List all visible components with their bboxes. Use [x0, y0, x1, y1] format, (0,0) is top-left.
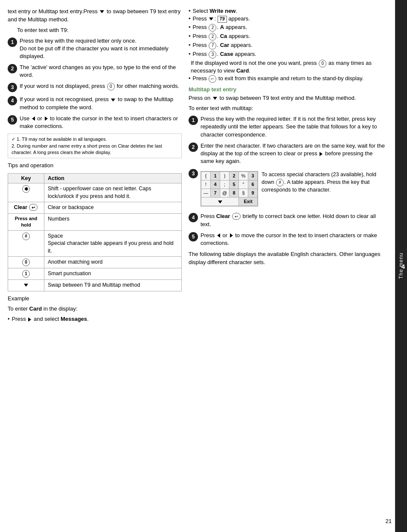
right-bullet-4: • Press 2. Ca appears. — [189, 33, 387, 41]
right-bullet-7: If the displayed word is not the one you… — [189, 60, 387, 74]
step-text-5: Use or to locate the cursor in the text … — [20, 115, 182, 130]
table-row: Swap between T9 and Multitap method — [8, 280, 182, 291]
grid-cell: 8 — [230, 189, 239, 198]
step-4: 4 If your word is not recognised, press … — [8, 96, 182, 111]
table-action-star: Shift - upper/lower case on next letter.… — [44, 183, 182, 202]
tips-title: Tips and operation — [8, 162, 182, 170]
right-bullet-text-8: Press ⤺ to exit from this example and re… — [193, 75, 364, 83]
table-action-numbers: Numbers — [44, 213, 182, 230]
note-box: ✓ 1. T9 may not be available in all lang… — [8, 134, 182, 158]
step-circle-5: 5 — [8, 115, 17, 125]
left-column: text entry or Multitap text entry.Press … — [8, 8, 187, 519]
table-row: Press and hold Numbers — [8, 213, 182, 230]
right-bullet-8: • Press ⤺ to exit from this example and … — [189, 75, 387, 83]
star-icon: ✱ — [22, 185, 30, 193]
tips-table: Key Action ✱ Shift - upper/lower case on… — [8, 173, 182, 291]
grid-cell: 1 — [211, 172, 220, 180]
side-tab: 4 The menu — [395, 0, 407, 532]
circle-2-icon-2: 2 — [209, 33, 216, 41]
grid-cell — [201, 198, 239, 206]
bullet-icon-r4: • — [189, 33, 191, 41]
multitap-circle-4: 4 — [189, 213, 198, 222]
grid-cell: " — [239, 180, 248, 189]
circle-7-icon: 7 — [209, 42, 216, 49]
right-bullet-text-5: Press 7. Car appears. — [193, 42, 253, 49]
circle-0-icon-2: 0 — [22, 259, 30, 266]
intro-text: text entry or Multitap text entry.Press … — [8, 8, 182, 24]
multitap-step-5: 5 Press or to move the cursor in the tex… — [189, 232, 387, 247]
bullet-icon: • — [8, 316, 10, 322]
grid-cell: 5 — [230, 180, 239, 189]
multitap-text-1: Press the key with the required letter. … — [201, 115, 387, 139]
right-bullet-3: • Press 2. A appears. — [189, 24, 387, 32]
right-bullet-text-2: Press : T9 appears. — [193, 15, 250, 23]
circle-3-icon: 3 — [209, 51, 216, 58]
table-row: 0 Another matching word — [8, 257, 182, 268]
multitap-circle-5: 5 — [189, 232, 198, 241]
char-grid: { 1 ) 2 % 3 ! 4 — [201, 171, 258, 206]
table-row: Clear ↩ Clear or backspace — [8, 202, 182, 214]
example-bullet-text: Press and select Messages. — [12, 316, 89, 322]
char-grid-wrapper: { 1 ) 2 % 3 ! 4 — [201, 171, 258, 206]
arrow-down-icon — [24, 284, 28, 287]
multitap-title: Multitap text entry — [189, 86, 387, 93]
right-bullet-5: • Press 7. Car appears. — [189, 42, 387, 49]
arrow-right-icon — [28, 317, 31, 322]
multitap-step-3: 3 { 1 ) 2 % — [189, 169, 387, 209]
circle-2-icon: 2 — [209, 24, 216, 32]
step-3: 3 If your word is not displayed, press 0… — [8, 82, 182, 92]
to-enter-t9: To enter text with T9: — [17, 26, 182, 35]
note1-text: 1. T9 may not be available in all langua… — [17, 137, 107, 142]
multitap-intro: Press on to swap between T9 text entry a… — [189, 94, 387, 102]
grid-cell: @ — [220, 189, 230, 198]
right-bullet-text-4: Press 2. Ca appears. — [193, 33, 250, 41]
arrow-left-5 — [217, 233, 220, 238]
table-row: 1 Smart punctuation — [8, 268, 182, 280]
bullet-icon-r5: • — [189, 42, 191, 49]
step-circle-4: 4 — [8, 96, 17, 105]
bullet-icon-r2: • — [189, 15, 191, 23]
grid-description: To access special characters (23 availab… — [258, 171, 387, 194]
exit-cell[interactable]: Exit — [239, 198, 258, 206]
table-key-star: ✱ — [8, 183, 44, 202]
step-5: 5 Use or to locate the cursor in the tex… — [8, 115, 182, 130]
multitap-step-1: 1 Press the key with the required letter… — [189, 115, 387, 139]
multitap-step-4: 4 Press Clear ↩ briefly to correct back … — [189, 212, 387, 228]
grid-cell: § — [239, 189, 248, 198]
step-circle-2: 2 — [8, 64, 17, 73]
right-bullet-text-1: Select Write new. — [193, 8, 238, 14]
right-bullet-text-6: Press 3. Case appears. — [193, 51, 256, 58]
table-header-action: Action — [44, 174, 182, 183]
step-2: 2 The 'active' word changes as you type,… — [8, 64, 182, 79]
example-bullet-1: • Press and select Messages. — [8, 316, 182, 322]
table-action-hash: SpaceSpecial character table appears if … — [44, 230, 182, 257]
right-column: • Select Write new. • Press : T9 appears… — [187, 8, 387, 519]
grid-cell: — — [201, 189, 211, 198]
circle-0-icon-r: 0 — [319, 60, 326, 67]
multitap-text-5: Press or to move the cursor in the text … — [201, 232, 387, 247]
right-bullet-6: • Press 3. Case appears. — [189, 51, 387, 58]
arrow-right-5 — [230, 233, 233, 238]
example-intro: To enter Card in the display: — [8, 305, 182, 313]
clear-icon: ↩ — [29, 204, 38, 211]
char-grid-container: { 1 ) 2 % 3 ! 4 — [201, 171, 387, 206]
table-row: ✱ Shift - upper/lower case on next lette… — [8, 183, 182, 202]
grid-cell: 3 — [248, 172, 258, 180]
step-text-4: If your word is not recognised, press to… — [20, 96, 182, 111]
note-icon: ✓ — [12, 137, 15, 142]
multitap-step-2: 2 Enter the next character. If two chara… — [189, 142, 387, 166]
bullet-icon-r3: • — [189, 24, 191, 32]
page: 4 The menu text entry or Multitap text e… — [0, 0, 407, 532]
grid-cell: 2 — [230, 172, 239, 180]
table-row: # SpaceSpecial character table appears i… — [8, 230, 182, 257]
table-action-arrow: Swap between T9 and Multitap method — [44, 280, 182, 291]
multitap-text-4: Press Clear ↩ briefly to correct back on… — [201, 212, 387, 228]
table-key-clear: Clear ↩ — [8, 202, 44, 214]
table-key-0: 0 — [8, 257, 44, 268]
hash-icon-desc: # — [276, 179, 284, 186]
grid-cell: 6 — [248, 180, 258, 189]
circle-0-icon: 0 — [107, 83, 115, 90]
bullet-icon-r1: • — [189, 8, 191, 14]
step-text-1: Press the key with the required letter o… — [20, 37, 182, 61]
grid-cell: ) — [220, 172, 230, 180]
